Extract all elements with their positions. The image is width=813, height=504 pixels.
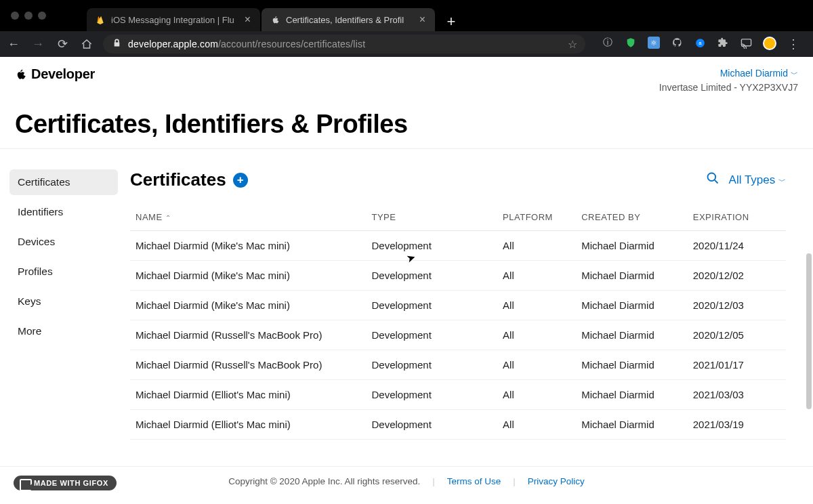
tab-certificates[interactable]: Certificates, Identifiers & Profil × xyxy=(262,8,435,31)
kebab-menu-icon[interactable]: ⋮ xyxy=(787,37,799,51)
cell-by: Michael Diarmid xyxy=(576,410,688,440)
cell-type: Development xyxy=(366,320,497,350)
filter-label: All Types xyxy=(729,173,776,186)
home-button[interactable] xyxy=(79,38,95,50)
window-titlebar: iOS Messaging Integration | Flu × Certif… xyxy=(0,0,813,31)
brand-label: Developer xyxy=(31,66,95,82)
sidebar-item-keys[interactable]: Keys xyxy=(9,289,118,314)
cell-exp: 2021/03/19 xyxy=(688,410,786,440)
cell-platform: All xyxy=(497,350,576,380)
octocat-icon[interactable] xyxy=(671,37,683,49)
account-name-dropdown[interactable]: Michael Diarmid﹀ xyxy=(659,66,798,81)
footer: Copyright © 2020 Apple Inc. All rights r… xyxy=(0,466,813,496)
window-minimize-dot[interactable] xyxy=(24,12,33,20)
table-row[interactable]: Michael Diarmid (Mike's Mac mini)Develop… xyxy=(130,231,786,261)
column-header-name[interactable]: NAME⌃ xyxy=(130,204,366,231)
reload-button[interactable]: ⟳ xyxy=(54,37,70,51)
cell-by: Michael Diarmid xyxy=(576,350,688,380)
chevron-down-icon: ﹀ xyxy=(778,177,786,185)
table-row[interactable]: Michael Diarmid (Elliot's Mac mini)Devel… xyxy=(130,380,786,410)
page-viewport: Developer Michael Diarmid﹀ Invertase Lim… xyxy=(0,57,813,504)
cell-name: Michael Diarmid (Elliot's Mac mini) xyxy=(130,380,366,410)
cell-platform: All xyxy=(497,380,576,410)
sidebar-item-certificates[interactable]: Certificates xyxy=(9,169,118,195)
scrollbar-thumb[interactable] xyxy=(806,253,812,409)
sidebar-item-more[interactable]: More xyxy=(9,318,118,344)
cell-type: Development xyxy=(366,380,497,410)
table-row[interactable]: Michael Diarmid (Mike's Mac mini)Develop… xyxy=(130,261,786,291)
close-icon[interactable]: × xyxy=(417,14,428,26)
cell-platform: All xyxy=(497,291,576,320)
back-button[interactable]: ← xyxy=(5,37,22,51)
apple-developer-brand[interactable]: Developer xyxy=(15,66,95,82)
apple-icon xyxy=(270,14,280,25)
svg-text:a: a xyxy=(699,40,702,46)
omnibox[interactable]: developer.apple.com/account/resources/ce… xyxy=(103,35,585,54)
cell-name: Michael Diarmid (Russell's MacBook Pro) xyxy=(130,320,366,350)
toolbar-extensions: ⓘ ⚛ a ⋮ xyxy=(593,37,808,51)
cell-name: Michael Diarmid (Elliot's Mac mini) xyxy=(130,410,366,440)
cell-by: Michael Diarmid xyxy=(576,380,688,410)
column-header-platform[interactable]: PLATFORM xyxy=(497,204,576,231)
cell-by: Michael Diarmid xyxy=(576,261,688,291)
sidebar: Certificates Identifiers Devices Profile… xyxy=(9,169,118,440)
main-content: Certificates + All Types ﹀ xyxy=(130,169,808,440)
cell-name: Michael Diarmid (Russell's MacBook Pro) xyxy=(130,350,366,380)
svg-rect-2 xyxy=(741,39,751,45)
tab-title: Certificates, Identifiers & Profil xyxy=(286,15,417,25)
cell-type: Development xyxy=(366,231,497,261)
cell-platform: All xyxy=(497,231,576,261)
chevron-down-icon: ﹀ xyxy=(791,70,798,78)
tab-ios-messaging[interactable]: iOS Messaging Integration | Flu × xyxy=(87,8,260,31)
add-certificate-button[interactable]: + xyxy=(233,173,248,188)
address-bar: ← → ⟳ developer.apple.com/account/resour… xyxy=(0,31,813,57)
shield-icon[interactable] xyxy=(625,37,637,49)
cell-by: Michael Diarmid xyxy=(576,320,688,350)
column-header-expiration[interactable]: EXPIRATION xyxy=(688,204,786,231)
privacy-policy-link[interactable]: Privacy Policy xyxy=(528,476,585,486)
column-header-type[interactable]: TYPE xyxy=(366,204,497,231)
window-zoom-dot[interactable] xyxy=(38,12,46,20)
cell-exp: 2020/12/05 xyxy=(688,320,786,350)
url-domain: developer.apple.com xyxy=(128,39,218,49)
account-name-label: Michael Diarmid xyxy=(720,68,788,79)
cast-icon[interactable] xyxy=(740,37,752,49)
svg-point-3 xyxy=(707,173,715,182)
sidebar-item-profiles[interactable]: Profiles xyxy=(9,259,118,285)
new-tab-button[interactable]: + xyxy=(442,12,461,31)
cell-type: Development xyxy=(366,350,497,380)
column-header-createdby[interactable]: CREATED BY xyxy=(576,204,688,231)
forward-button[interactable]: → xyxy=(30,37,46,51)
cell-name: Michael Diarmid (Mike's Mac mini) xyxy=(130,291,366,320)
react-devtools-icon[interactable]: ⚛ xyxy=(648,37,660,49)
table-row[interactable]: Michael Diarmid (Mike's Mac mini)Develop… xyxy=(130,291,786,320)
tab-strip: iOS Messaging Integration | Flu × Certif… xyxy=(87,0,461,31)
site-info-icon[interactable]: ⓘ xyxy=(602,37,614,49)
table-row[interactable]: Michael Diarmid (Russell's MacBook Pro)D… xyxy=(130,320,786,350)
cell-by: Michael Diarmid xyxy=(576,231,688,261)
cell-type: Development xyxy=(366,410,497,440)
close-icon[interactable]: × xyxy=(242,14,253,26)
table-row[interactable]: Michael Diarmid (Elliot's Mac mini)Devel… xyxy=(130,410,786,440)
filter-dropdown[interactable]: All Types ﹀ xyxy=(729,173,786,187)
cell-name: Michael Diarmid (Mike's Mac mini) xyxy=(130,231,366,261)
cell-name: Michael Diarmid (Mike's Mac mini) xyxy=(130,261,366,291)
cell-type: Development xyxy=(366,261,497,291)
cell-exp: 2020/11/24 xyxy=(688,231,786,261)
table-row[interactable]: Michael Diarmid (Russell's MacBook Pro)D… xyxy=(130,350,786,380)
cell-exp: 2020/12/03 xyxy=(688,291,786,320)
copyright-text: Copyright © 2020 Apple Inc. All rights r… xyxy=(228,476,420,486)
sidebar-item-devices[interactable]: Devices xyxy=(9,229,118,255)
cell-platform: All xyxy=(497,320,576,350)
profile-avatar[interactable] xyxy=(763,37,776,50)
extension-icon[interactable]: a xyxy=(694,37,706,49)
extensions-puzzle-icon[interactable] xyxy=(717,37,729,49)
terms-of-use-link[interactable]: Terms of Use xyxy=(447,476,501,486)
cell-exp: 2021/01/17 xyxy=(688,350,786,380)
gifox-badge[interactable]: MADE WITH GIFOX xyxy=(14,476,117,490)
sidebar-item-identifiers[interactable]: Identifiers xyxy=(9,199,118,225)
bookmark-star-icon[interactable]: ☆ xyxy=(568,38,577,51)
search-icon[interactable] xyxy=(706,171,720,188)
window-close-dot[interactable] xyxy=(11,12,19,20)
cell-exp: 2020/12/02 xyxy=(688,261,786,291)
